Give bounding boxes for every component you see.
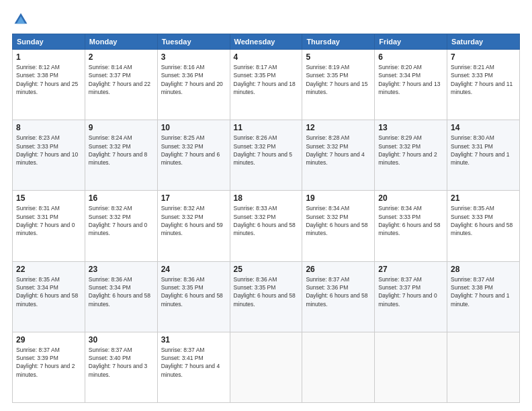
day-number: 21 xyxy=(451,193,516,203)
day-number: 7 xyxy=(451,52,516,62)
day-detail: Sunrise: 8:32 AMSunset: 3:32 PMDaylight:… xyxy=(89,204,154,237)
calendar-day-cell: 28Sunrise: 8:37 AMSunset: 3:38 PMDayligh… xyxy=(447,261,520,332)
day-number: 13 xyxy=(378,123,443,132)
day-detail: Sunrise: 8:29 AMSunset: 3:32 PMDaylight:… xyxy=(378,134,443,167)
day-number: 6 xyxy=(378,52,443,62)
day-number: 9 xyxy=(89,123,154,132)
day-detail: Sunrise: 8:32 AMSunset: 3:32 PMDaylight:… xyxy=(161,204,226,237)
day-number: 29 xyxy=(16,335,81,345)
day-number: 5 xyxy=(306,52,371,62)
day-number: 11 xyxy=(234,123,299,132)
day-detail: Sunrise: 8:33 AMSunset: 3:32 PMDaylight:… xyxy=(234,204,299,237)
day-detail: Sunrise: 8:24 AMSunset: 3:32 PMDaylight:… xyxy=(89,134,154,167)
calendar-day-cell: 3Sunrise: 8:16 AMSunset: 3:36 PMDaylight… xyxy=(157,50,230,120)
day-detail: Sunrise: 8:20 AMSunset: 3:34 PMDaylight:… xyxy=(378,63,443,96)
calendar-day-cell: 24Sunrise: 8:36 AMSunset: 3:35 PMDayligh… xyxy=(157,261,230,332)
day-number: 15 xyxy=(16,193,81,203)
calendar-day-cell: 12Sunrise: 8:28 AMSunset: 3:32 PMDayligh… xyxy=(302,120,375,191)
calendar-day-cell: 22Sunrise: 8:35 AMSunset: 3:34 PMDayligh… xyxy=(13,261,85,332)
day-detail: Sunrise: 8:19 AMSunset: 3:35 PMDaylight:… xyxy=(306,63,371,96)
day-detail: Sunrise: 8:37 AMSunset: 3:37 PMDaylight:… xyxy=(378,275,443,308)
calendar-table: SundayMondayTuesdayWednesdayThursdayFrid… xyxy=(12,34,520,403)
day-detail: Sunrise: 8:35 AMSunset: 3:34 PMDaylight:… xyxy=(16,275,81,308)
calendar-day-cell: 26Sunrise: 8:37 AMSunset: 3:36 PMDayligh… xyxy=(302,261,375,332)
day-detail: Sunrise: 8:36 AMSunset: 3:34 PMDaylight:… xyxy=(89,275,154,308)
calendar-day-cell: 7Sunrise: 8:21 AMSunset: 3:33 PMDaylight… xyxy=(447,50,520,120)
day-number: 10 xyxy=(161,123,226,132)
day-detail: Sunrise: 8:37 AMSunset: 3:36 PMDaylight:… xyxy=(306,275,371,308)
day-number: 31 xyxy=(161,335,226,345)
logo xyxy=(12,12,28,27)
day-number: 3 xyxy=(161,52,226,62)
day-number: 26 xyxy=(306,265,371,274)
day-number: 20 xyxy=(378,193,443,203)
calendar-day-cell xyxy=(447,332,520,402)
day-of-week-header: Wednesday xyxy=(230,34,302,50)
day-of-week-header: Friday xyxy=(375,34,447,50)
calendar-day-cell: 8Sunrise: 8:23 AMSunset: 3:33 PMDaylight… xyxy=(13,120,85,191)
calendar-day-cell xyxy=(302,332,375,402)
day-detail: Sunrise: 8:37 AMSunset: 3:38 PMDaylight:… xyxy=(451,275,516,308)
day-detail: Sunrise: 8:12 AMSunset: 3:38 PMDaylight:… xyxy=(16,63,81,96)
day-number: 25 xyxy=(234,265,299,274)
calendar-day-cell: 9Sunrise: 8:24 AMSunset: 3:32 PMDaylight… xyxy=(85,120,157,191)
calendar-day-cell: 21Sunrise: 8:35 AMSunset: 3:33 PMDayligh… xyxy=(447,191,520,261)
day-detail: Sunrise: 8:21 AMSunset: 3:33 PMDaylight:… xyxy=(451,63,516,96)
day-of-week-header: Thursday xyxy=(302,34,375,50)
day-detail: Sunrise: 8:36 AMSunset: 3:35 PMDaylight:… xyxy=(161,275,226,308)
calendar-week-row: 8Sunrise: 8:23 AMSunset: 3:33 PMDaylight… xyxy=(13,120,520,191)
day-number: 14 xyxy=(451,123,516,132)
day-detail: Sunrise: 8:16 AMSunset: 3:36 PMDaylight:… xyxy=(161,63,226,96)
calendar-day-cell: 14Sunrise: 8:30 AMSunset: 3:31 PMDayligh… xyxy=(447,120,520,191)
day-number: 16 xyxy=(89,193,154,203)
day-detail: Sunrise: 8:23 AMSunset: 3:33 PMDaylight:… xyxy=(16,134,81,167)
day-detail: Sunrise: 8:36 AMSunset: 3:35 PMDaylight:… xyxy=(234,275,299,308)
calendar-day-cell: 4Sunrise: 8:17 AMSunset: 3:35 PMDaylight… xyxy=(230,50,302,120)
day-detail: Sunrise: 8:34 AMSunset: 3:33 PMDaylight:… xyxy=(378,204,443,237)
calendar-week-row: 1Sunrise: 8:12 AMSunset: 3:38 PMDaylight… xyxy=(13,50,520,120)
calendar-day-cell xyxy=(375,332,447,402)
day-of-week-header: Saturday xyxy=(447,34,520,50)
calendar-day-cell: 27Sunrise: 8:37 AMSunset: 3:37 PMDayligh… xyxy=(375,261,447,332)
calendar-week-row: 15Sunrise: 8:31 AMSunset: 3:31 PMDayligh… xyxy=(13,191,520,261)
calendar-day-cell: 16Sunrise: 8:32 AMSunset: 3:32 PMDayligh… xyxy=(85,191,157,261)
calendar-day-cell: 10Sunrise: 8:25 AMSunset: 3:32 PMDayligh… xyxy=(157,120,230,191)
day-detail: Sunrise: 8:37 AMSunset: 3:39 PMDaylight:… xyxy=(16,346,81,379)
calendar-day-cell xyxy=(230,332,302,402)
day-detail: Sunrise: 8:25 AMSunset: 3:32 PMDaylight:… xyxy=(161,134,226,167)
calendar-header-row: SundayMondayTuesdayWednesdayThursdayFrid… xyxy=(13,34,520,50)
calendar-day-cell: 2Sunrise: 8:14 AMSunset: 3:37 PMDaylight… xyxy=(85,50,157,120)
calendar-day-cell: 11Sunrise: 8:26 AMSunset: 3:32 PMDayligh… xyxy=(230,120,302,191)
day-detail: Sunrise: 8:30 AMSunset: 3:31 PMDaylight:… xyxy=(451,134,516,167)
logo-icon xyxy=(13,12,28,27)
day-number: 30 xyxy=(89,335,154,345)
day-detail: Sunrise: 8:31 AMSunset: 3:31 PMDaylight:… xyxy=(16,204,81,237)
calendar-day-cell: 23Sunrise: 8:36 AMSunset: 3:34 PMDayligh… xyxy=(85,261,157,332)
calendar-day-cell: 17Sunrise: 8:32 AMSunset: 3:32 PMDayligh… xyxy=(157,191,230,261)
calendar-day-cell: 1Sunrise: 8:12 AMSunset: 3:38 PMDaylight… xyxy=(13,50,85,120)
day-of-week-header: Tuesday xyxy=(157,34,230,50)
day-detail: Sunrise: 8:14 AMSunset: 3:37 PMDaylight:… xyxy=(89,63,154,96)
day-number: 24 xyxy=(161,265,226,274)
calendar-page: SundayMondayTuesdayWednesdayThursdayFrid… xyxy=(0,0,532,411)
day-detail: Sunrise: 8:37 AMSunset: 3:41 PMDaylight:… xyxy=(161,346,226,379)
calendar-day-cell: 20Sunrise: 8:34 AMSunset: 3:33 PMDayligh… xyxy=(375,191,447,261)
calendar-day-cell: 29Sunrise: 8:37 AMSunset: 3:39 PMDayligh… xyxy=(13,332,85,402)
day-detail: Sunrise: 8:17 AMSunset: 3:35 PMDaylight:… xyxy=(234,63,299,96)
day-number: 18 xyxy=(234,193,299,203)
calendar-day-cell: 25Sunrise: 8:36 AMSunset: 3:35 PMDayligh… xyxy=(230,261,302,332)
calendar-day-cell: 18Sunrise: 8:33 AMSunset: 3:32 PMDayligh… xyxy=(230,191,302,261)
calendar-day-cell: 6Sunrise: 8:20 AMSunset: 3:34 PMDaylight… xyxy=(375,50,447,120)
calendar-day-cell: 30Sunrise: 8:37 AMSunset: 3:40 PMDayligh… xyxy=(85,332,157,402)
day-number: 22 xyxy=(16,265,81,274)
day-of-week-header: Sunday xyxy=(13,34,85,50)
header xyxy=(12,12,520,27)
day-number: 8 xyxy=(16,123,81,132)
day-detail: Sunrise: 8:26 AMSunset: 3:32 PMDaylight:… xyxy=(234,134,299,167)
day-number: 1 xyxy=(16,52,81,62)
calendar-day-cell: 31Sunrise: 8:37 AMSunset: 3:41 PMDayligh… xyxy=(157,332,230,402)
day-number: 12 xyxy=(306,123,371,132)
day-number: 23 xyxy=(89,265,154,274)
day-number: 17 xyxy=(161,193,226,203)
day-number: 27 xyxy=(378,265,443,274)
